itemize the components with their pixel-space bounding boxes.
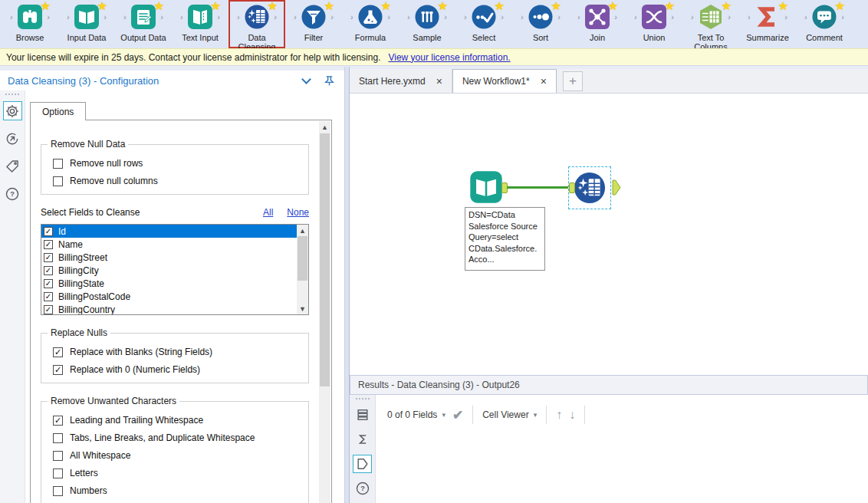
anchor-out-indicator: › [274, 13, 277, 21]
toolbar-tool-sample[interactable]: › › ★ Sample [399, 0, 455, 48]
chevron-down-icon[interactable] [301, 74, 311, 84]
drag-handle[interactable] [356, 398, 370, 399]
checkbox[interactable] [44, 266, 53, 275]
checkbox[interactable] [53, 365, 63, 375]
scroll-down-button[interactable]: ▼ [297, 303, 308, 314]
connection-line[interactable] [507, 186, 570, 189]
close-icon[interactable]: × [436, 76, 442, 87]
field-row-billingstreet[interactable]: BillingStreet [41, 251, 297, 264]
field-row-billingcity[interactable]: BillingCity [41, 264, 297, 277]
tool-label: Text Input [182, 33, 219, 42]
group-title: Remove Null Data [48, 139, 128, 150]
panel-splitter[interactable] [344, 67, 350, 503]
gear-icon[interactable] [3, 101, 22, 120]
field-row-name[interactable]: Name [41, 238, 297, 251]
toolbar-tool-sort[interactable]: › › ★ Sort [512, 0, 569, 48]
toolbar-tool-text-to-columns[interactable]: › › ★ Text To Columns [682, 0, 739, 48]
scroll-thumb[interactable] [298, 236, 307, 281]
comment-icon: › › ★ [811, 4, 837, 30]
arrow-down-icon[interactable]: ↓ [569, 408, 575, 422]
data-pane-icon[interactable] [353, 455, 372, 474]
checkbox[interactable] [44, 279, 53, 288]
annotation-line: Query=select [469, 232, 541, 243]
help-icon[interactable]: ? [3, 184, 22, 203]
tag-icon[interactable] [3, 156, 22, 176]
workflow-tab-new-workflow1-[interactable]: New Workflow1* × [452, 69, 557, 93]
toolbar-tool-formula[interactable]: › › ★ Formula [342, 0, 399, 48]
select-none-link[interactable]: None [287, 207, 309, 218]
select-all-link[interactable]: All [263, 207, 273, 218]
checkbox[interactable] [44, 292, 53, 301]
tool-label: Sort [533, 33, 548, 42]
tab-options[interactable]: Options [30, 102, 86, 120]
data-cleansing-icon: › › ★ [244, 4, 270, 30]
text-to-columns-icon: › › ★ [698, 4, 724, 30]
run-history-icon[interactable] [3, 129, 22, 148]
anchor-out-indicator: › [387, 13, 390, 21]
field-row-billingpostalcode[interactable]: BillingPostalCode [41, 290, 297, 303]
field-label: BillingStreet [58, 252, 107, 263]
checkbox[interactable] [44, 240, 53, 249]
table-icon[interactable] [353, 406, 372, 425]
apply-check-icon[interactable]: ✔ [452, 407, 463, 423]
input-anchor[interactable] [569, 182, 575, 193]
tool-label: Browse [16, 33, 44, 42]
checkbox[interactable] [44, 253, 53, 262]
license-info-link[interactable]: View your license information. [388, 52, 510, 63]
configuration-title: Data Cleansing (3) - Configuration [0, 75, 303, 87]
checkbox-label: Leading and Trailing Whitespace [70, 415, 203, 426]
tool-label: Sample [413, 33, 441, 42]
checkbox[interactable] [53, 468, 63, 478]
field-row-billingcountry[interactable]: BillingCountry [41, 303, 297, 315]
checkbox[interactable] [44, 227, 53, 236]
fields-dropdown[interactable]: 0 of 0 Fields ▾ [387, 409, 446, 420]
toolbar-tool-browse[interactable]: › › ★ Browse [2, 0, 58, 48]
input-data-tool[interactable] [469, 170, 503, 204]
toolbar-tool-join[interactable]: › › ★ Join [569, 0, 626, 48]
checkbox[interactable] [44, 305, 53, 314]
field-row-billingstate[interactable]: BillingState [41, 277, 297, 290]
toolbar-tool-input-data[interactable]: › › ★ Input Data [58, 0, 115, 48]
checkbox[interactable] [53, 486, 63, 496]
tool-annotation[interactable]: DSN=CDataSalesforce SourceQuery=selectCD… [465, 207, 545, 271]
workflow-canvas[interactable] [350, 94, 868, 375]
checkbox[interactable] [53, 347, 63, 357]
field-row-id[interactable]: Id [41, 225, 297, 238]
caret-down-icon: ▾ [442, 411, 446, 419]
scroll-up-button[interactable]: ▲ [297, 225, 308, 236]
results-toolbar: 0 of 0 Fields ▾ ✔ Cell Viewer ▾ ↑ ↓ [387, 405, 587, 425]
toolbar-tool-data-cleansing[interactable]: › › ★ Data Cleansing [229, 0, 285, 48]
workflow-tab-start-here-yxmd[interactable]: Start Here.yxmd × [350, 69, 452, 93]
checkbox[interactable] [53, 433, 63, 443]
checkbox-label: Letters [70, 468, 98, 478]
scroll-up-button[interactable]: ▲ [319, 121, 330, 133]
new-workflow-button[interactable]: + [563, 71, 583, 91]
toolbar-tool-text-input[interactable]: › › ★ Text Input [172, 0, 229, 48]
checkbox[interactable] [53, 159, 63, 169]
arrow-up-icon[interactable]: ↑ [556, 408, 562, 422]
configuration-scrollbar[interactable]: ▲ [319, 121, 330, 503]
scroll-thumb[interactable] [320, 133, 330, 386]
checkbox[interactable] [53, 451, 63, 461]
results-header[interactable]: Results - Data Cleansing (3) - Output26 [350, 375, 868, 395]
help-icon[interactable]: ? [353, 478, 372, 498]
toolbar-tool-filter[interactable]: › › ★ Filter [285, 0, 342, 48]
toolbar-tool-summarize[interactable]: › › ★ Summarize [739, 0, 796, 48]
anchor-in-indicator: › [464, 13, 467, 21]
field-list-scrollbar[interactable]: ▲ ▼ [297, 225, 308, 314]
drag-handle[interactable] [5, 94, 19, 95]
toolbar-tool-comment[interactable]: › › ★ Comment [796, 0, 853, 48]
tab-label: New Workflow1* [462, 76, 530, 87]
metadata-sigma-icon[interactable] [353, 430, 372, 449]
cell-viewer-dropdown[interactable]: Cell Viewer ▾ [482, 409, 537, 420]
group-title: Replace Nulls [48, 327, 110, 338]
toolbar-tool-union[interactable]: › › ★ Union [626, 0, 682, 48]
toolbar-tool-output-data[interactable]: › › ★ Output Data [115, 0, 172, 48]
toolbar-tool-select[interactable]: › › ★ Select [455, 0, 512, 48]
output-anchor[interactable] [612, 179, 621, 196]
results-title: Results - Data Cleansing (3) - Output26 [358, 380, 520, 390]
checkbox[interactable] [53, 416, 63, 426]
close-icon[interactable]: × [541, 76, 547, 87]
checkbox[interactable] [53, 176, 63, 186]
pin-icon[interactable] [324, 75, 335, 87]
